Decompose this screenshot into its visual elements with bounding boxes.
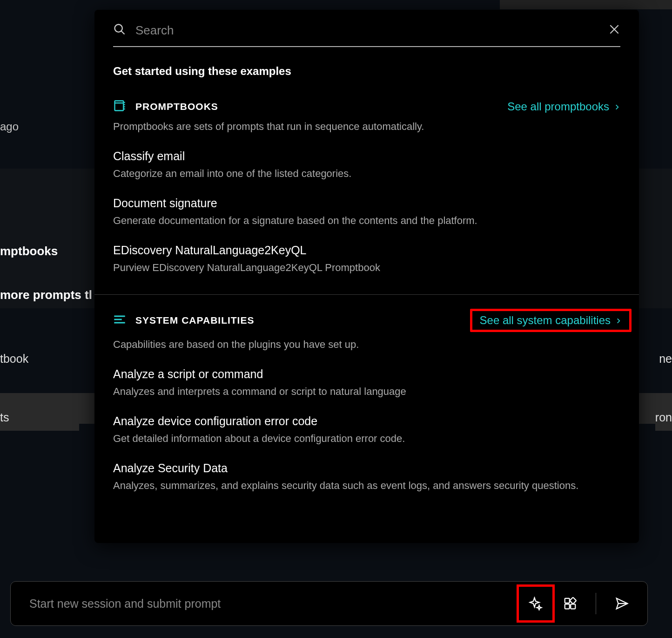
see-all-syscap-highlight: See all system capabilities bbox=[470, 309, 632, 332]
bg-text-ts: ts bbox=[0, 406, 79, 431]
item-title: Analyze a script or command bbox=[113, 367, 620, 381]
bg-text-ron: ron bbox=[655, 406, 672, 431]
item-desc: Analyzes and interprets a command or scr… bbox=[113, 381, 620, 398]
item-desc: Generate documentation for a signature b… bbox=[113, 210, 620, 227]
item-title: Analyze device configuration error code bbox=[113, 414, 620, 428]
prompt-bar bbox=[10, 581, 648, 626]
subtitle: Get started using these examples bbox=[94, 47, 639, 78]
sparkle-icon bbox=[529, 597, 543, 611]
bg-text-mptbooks: mptbooks bbox=[0, 244, 58, 258]
promptbooks-header: PROMPTBOOKS See all promptbooks bbox=[94, 78, 639, 114]
bg-text-ago: ago bbox=[0, 120, 19, 133]
search-input[interactable] bbox=[135, 23, 599, 38]
bg-text-tbook: tbook bbox=[0, 352, 28, 366]
promptbooks-title: PROMPTBOOKS bbox=[135, 101, 218, 112]
syscap-item-analyze-script[interactable]: Analyze a script or command Analyzes and… bbox=[94, 351, 639, 398]
search-row bbox=[94, 10, 639, 38]
item-desc: Analyzes, summarizes, and explains secur… bbox=[113, 475, 620, 492]
sparkle-button[interactable] bbox=[523, 591, 548, 616]
svg-rect-4 bbox=[115, 101, 124, 111]
chevron-right-icon bbox=[615, 314, 622, 327]
see-all-syscap-label: See all system capabilities bbox=[480, 314, 611, 327]
apps-button[interactable] bbox=[558, 591, 583, 616]
see-all-promptbooks-link[interactable]: See all promptbooks bbox=[507, 100, 620, 113]
item-title: Document signature bbox=[113, 197, 620, 210]
promptbook-item-document-signature[interactable]: Document signature Generate documentatio… bbox=[94, 180, 639, 227]
prompt-actions bbox=[517, 584, 634, 623]
item-desc: Purview EDiscovery NaturalLanguage2KeyQL… bbox=[113, 257, 620, 274]
send-icon bbox=[615, 597, 629, 611]
search-icon bbox=[113, 23, 126, 38]
item-title: Analyze Security Data bbox=[113, 462, 620, 475]
list-icon bbox=[113, 313, 126, 328]
close-button[interactable] bbox=[608, 23, 620, 37]
item-title: EDiscovery NaturalLanguage2KeyQL bbox=[113, 244, 620, 257]
syscap-item-analyze-security-data[interactable]: Analyze Security Data Analyzes, summariz… bbox=[94, 445, 639, 492]
see-all-promptbooks-label: See all promptbooks bbox=[507, 100, 609, 113]
promptbooks-desc: Promptbooks are sets of prompts that run… bbox=[94, 114, 639, 133]
syscap-header: SYSTEM CAPABILITIES See all system capab… bbox=[94, 295, 639, 332]
bg-text-ne: ne bbox=[659, 352, 672, 366]
close-icon bbox=[608, 23, 620, 35]
promptbook-item-classify-email[interactable]: Classify email Categorize an email into … bbox=[94, 133, 639, 180]
item-title: Classify email bbox=[113, 149, 620, 163]
syscap-desc: Capabilities are based on the plugins yo… bbox=[94, 332, 639, 351]
send-button[interactable] bbox=[609, 591, 634, 616]
item-desc: Categorize an email into one of the list… bbox=[113, 163, 620, 180]
syscap-title: SYSTEM CAPABILITIES bbox=[135, 315, 254, 326]
svg-point-0 bbox=[115, 25, 122, 32]
svg-rect-10 bbox=[565, 598, 570, 603]
bg-topbar bbox=[500, 0, 672, 9]
svg-rect-12 bbox=[565, 604, 570, 609]
vertical-divider bbox=[596, 593, 596, 614]
bg-text-moreprompts: more prompts tl bbox=[0, 288, 92, 302]
examples-popup: Get started using these examples PROMPTB… bbox=[94, 10, 639, 543]
promptbook-item-ediscovery[interactable]: EDiscovery NaturalLanguage2KeyQL Purview… bbox=[94, 227, 639, 274]
apps-icon bbox=[563, 597, 577, 611]
prompt-input[interactable] bbox=[29, 597, 517, 611]
syscap-header-left: SYSTEM CAPABILITIES bbox=[113, 313, 254, 328]
book-icon bbox=[113, 99, 126, 114]
svg-rect-11 bbox=[570, 597, 576, 604]
promptbooks-header-left: PROMPTBOOKS bbox=[113, 99, 218, 114]
svg-line-1 bbox=[121, 31, 125, 34]
syscap-item-analyze-device-error[interactable]: Analyze device configuration error code … bbox=[94, 398, 639, 445]
see-all-syscap-link[interactable]: See all system capabilities bbox=[480, 314, 622, 327]
chevron-right-icon bbox=[614, 100, 620, 113]
sparkle-highlight bbox=[517, 584, 555, 623]
svg-rect-13 bbox=[571, 604, 575, 609]
item-desc: Get detailed information about a device … bbox=[113, 428, 620, 445]
